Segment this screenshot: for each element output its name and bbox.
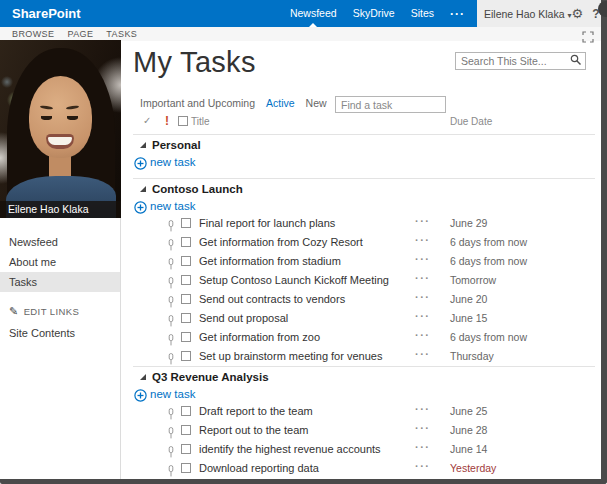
task-due-date: June 28	[450, 424, 487, 436]
title-column-header[interactable]: Title	[191, 116, 210, 127]
task-checkbox[interactable]	[181, 406, 191, 416]
collapse-triangle-icon[interactable]	[140, 186, 146, 192]
search-input[interactable]	[456, 55, 567, 67]
task-due-date: June 20	[450, 293, 487, 305]
suite-nav: Newsfeed SkyDrive Sites ···	[290, 0, 477, 27]
task-groups: Personal new task Contoso Launch new tas…	[133, 134, 595, 478]
task-title[interactable]: Send out proposal	[199, 312, 288, 324]
tab-tasks[interactable]: TASKS	[106, 29, 137, 39]
table-row: Send out proposal ··· June 15	[133, 309, 595, 328]
sidebar-item-tasks[interactable]: Tasks	[0, 272, 121, 292]
edit-links-button[interactable]: ✎EDIT LINKS	[0, 303, 121, 319]
group-header[interactable]: Q3 Revenue Analysis	[133, 367, 595, 387]
group-tasks: Draft report to the team ··· June 25 Rep…	[133, 402, 595, 478]
sidebar-item-about-me[interactable]: About me	[0, 252, 121, 272]
find-task-input[interactable]	[335, 96, 446, 113]
collapse-triangle-icon[interactable]	[140, 374, 146, 380]
task-title[interactable]: Get information from stadium	[199, 255, 341, 267]
task-due-date: June 25	[450, 405, 487, 417]
sidebar-item-site-contents[interactable]: Site Contents	[0, 323, 121, 343]
group-header[interactable]: Contoso Launch	[133, 179, 595, 199]
task-title[interactable]: Draft report to the team	[199, 405, 313, 417]
task-title[interactable]: Final report for launch plans	[199, 217, 335, 229]
filter-active[interactable]: Active	[266, 97, 295, 109]
collapse-triangle-icon[interactable]	[140, 142, 146, 148]
task-menu-ellipsis[interactable]: ···	[415, 460, 431, 472]
task-menu-ellipsis[interactable]: ···	[415, 310, 431, 322]
task-menu-ellipsis[interactable]: ···	[415, 403, 431, 415]
profile-photo: Eilene Hao Klaka	[0, 40, 121, 218]
due-date-column-header[interactable]: Due Date	[450, 116, 492, 127]
task-due-date: June 14	[450, 443, 487, 455]
sidebar-divider	[120, 218, 121, 479]
task-checkbox[interactable]	[181, 332, 191, 342]
task-due-date: 6 days from now	[450, 236, 527, 248]
suite-link-newsfeed[interactable]: Newsfeed	[290, 0, 337, 27]
gear-icon[interactable]: ⚙	[572, 6, 584, 21]
task-checkbox[interactable]	[181, 351, 191, 361]
table-row: Setup Contoso Launch Kickoff Meeting ···…	[133, 271, 595, 290]
partial-circle-decoration	[598, 1, 607, 17]
task-due-date: June 15	[450, 312, 487, 324]
task-menu-ellipsis[interactable]: ···	[415, 422, 431, 434]
task-checkbox[interactable]	[181, 463, 191, 473]
new-task-button[interactable]: new task	[133, 199, 595, 214]
important-column-icon[interactable]: !	[165, 114, 169, 128]
select-all-checkbox[interactable]	[178, 116, 188, 126]
task-checkbox[interactable]	[181, 237, 191, 247]
task-title[interactable]: Set up brainstorm meeting for venues	[199, 350, 382, 362]
table-row: identify the highest revenue accounts ··…	[133, 440, 595, 459]
task-title[interactable]: Get information from zoo	[199, 331, 320, 343]
focus-on-content-icon[interactable]	[582, 29, 594, 41]
task-due-date: 6 days from now	[450, 331, 527, 343]
task-checkbox[interactable]	[181, 425, 191, 435]
task-title[interactable]: Download reporting data	[199, 462, 319, 474]
filter-important-upcoming[interactable]: Important and Upcoming	[140, 97, 255, 109]
filter-new[interactable]: New	[306, 97, 327, 109]
sharepoint-logo[interactable]: SharePoint	[12, 6, 81, 21]
task-menu-ellipsis[interactable]: ···	[415, 348, 431, 360]
table-row: Final report for launch plans ··· June 2…	[133, 214, 595, 233]
task-checkbox[interactable]	[181, 313, 191, 323]
task-checkbox[interactable]	[181, 294, 191, 304]
group-header[interactable]: Personal	[133, 135, 595, 155]
table-row: Set up brainstorm meeting for venues ···…	[133, 347, 595, 366]
edit-links-label: EDIT LINKS	[24, 306, 80, 317]
task-due-date: Thursday	[450, 350, 494, 362]
task-title[interactable]: Get information from Cozy Resort	[199, 236, 363, 248]
completed-column-icon[interactable]: ✓	[143, 115, 151, 126]
task-menu-ellipsis[interactable]: ···	[415, 272, 431, 284]
suite-bar-user-area: Eilene Hao Klaka▾ ⚙ ?	[477, 0, 601, 27]
task-checkbox[interactable]	[181, 275, 191, 285]
task-checkbox[interactable]	[181, 256, 191, 266]
task-menu-ellipsis[interactable]: ···	[415, 441, 431, 453]
group-name: Personal	[152, 139, 201, 151]
task-title[interactable]: Send out contracts to vendors	[199, 293, 345, 305]
suite-more-menu-icon[interactable]: ···	[450, 7, 465, 21]
column-header-row: ✓ ! Title Due Date	[133, 112, 595, 134]
task-menu-ellipsis[interactable]: ···	[415, 253, 431, 265]
user-menu[interactable]: Eilene Hao Klaka▾	[484, 8, 572, 20]
view-filter-row: Important and Upcoming Active New ···	[133, 96, 595, 113]
tab-browse[interactable]: BROWSE	[12, 29, 54, 39]
task-title[interactable]: identify the highest revenue accounts	[199, 443, 381, 455]
sidebar: Eilene Hao Klaka Newsfeed About me Tasks…	[0, 40, 121, 484]
suite-link-sites[interactable]: Sites	[411, 0, 434, 27]
task-due-date: June 29	[450, 217, 487, 229]
search-icon[interactable]	[567, 53, 585, 69]
task-checkbox[interactable]	[181, 444, 191, 454]
task-menu-ellipsis[interactable]: ···	[415, 234, 431, 246]
table-row: Draft report to the team ··· June 25	[133, 402, 595, 421]
sidebar-item-newsfeed[interactable]: Newsfeed	[0, 232, 121, 252]
task-title[interactable]: Setup Contoso Launch Kickoff Meeting	[199, 274, 389, 286]
task-menu-ellipsis[interactable]: ···	[415, 329, 431, 341]
task-checkbox[interactable]	[181, 218, 191, 228]
suite-link-skydrive[interactable]: SkyDrive	[353, 0, 395, 27]
tab-page[interactable]: PAGE	[67, 29, 93, 39]
task-menu-ellipsis[interactable]: ···	[415, 215, 431, 227]
new-task-button[interactable]: new task	[133, 155, 595, 178]
task-title[interactable]: Report out to the team	[199, 424, 308, 436]
task-due-date: Yesterday	[450, 462, 496, 474]
new-task-button[interactable]: new task	[133, 387, 595, 402]
task-menu-ellipsis[interactable]: ···	[415, 291, 431, 303]
